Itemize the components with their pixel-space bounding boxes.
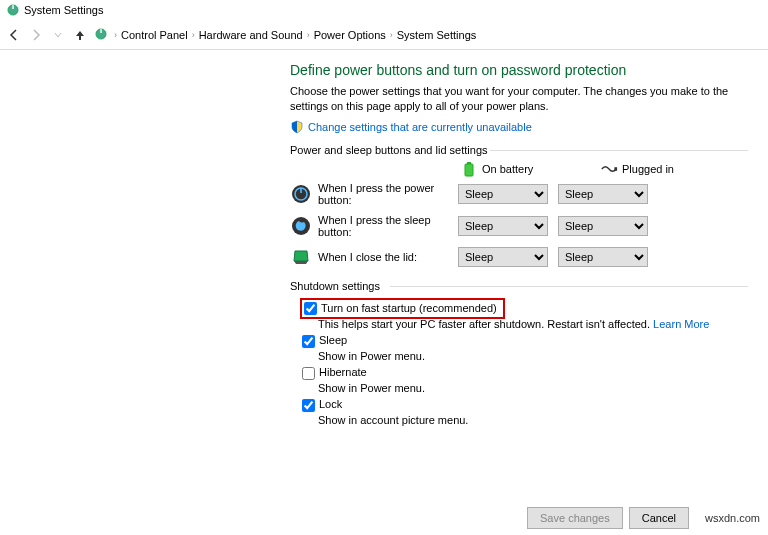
sleep-button-plugged-select[interactable]: Sleep xyxy=(558,216,648,236)
navbar: › Control Panel › Hardware and Sound › P… xyxy=(0,20,768,50)
sleep-button-battery-select[interactable]: Sleep xyxy=(458,216,548,236)
hibernate-option-row: Hibernate xyxy=(290,366,748,380)
sleep-checkbox[interactable] xyxy=(302,335,315,348)
page-heading: Define power buttons and turn on passwor… xyxy=(290,62,748,78)
chevron-right-icon: › xyxy=(307,30,310,40)
titlebar: System Settings xyxy=(0,0,768,20)
chevron-right-icon: › xyxy=(390,30,393,40)
col-battery-label: On battery xyxy=(482,163,533,175)
power-options-icon xyxy=(6,3,20,17)
row-label: When I press the power button: xyxy=(318,182,458,206)
window-title: System Settings xyxy=(24,4,103,16)
lock-label: Lock xyxy=(319,398,342,410)
column-headers: On battery Plugged in xyxy=(460,162,748,176)
save-button[interactable]: Save changes xyxy=(527,507,623,529)
svg-rect-6 xyxy=(614,167,617,171)
row-power-button: When I press the power button: Sleep Sle… xyxy=(290,182,748,206)
group-label-power-sleep: Power and sleep buttons and lid settings xyxy=(290,144,748,156)
col-battery: On battery xyxy=(460,162,560,176)
fast-startup-checkbox[interactable] xyxy=(304,302,317,315)
svg-rect-1 xyxy=(12,5,13,9)
col-plugged-label: Plugged in xyxy=(622,163,674,175)
plug-icon xyxy=(600,162,618,176)
breadcrumb-item[interactable]: Control Panel xyxy=(121,29,188,41)
nav-dropdown-icon[interactable] xyxy=(50,27,66,43)
sleep-option-row: Sleep xyxy=(290,334,748,348)
row-sleep-button: When I press the sleep button: Sleep Sle… xyxy=(290,214,748,238)
col-plugged: Plugged in xyxy=(600,162,700,176)
page-description: Choose the power settings that you want … xyxy=(290,84,740,114)
sleep-sub: Show in Power menu. xyxy=(290,350,748,362)
sleep-label: Sleep xyxy=(319,334,347,346)
breadcrumb: › Control Panel › Hardware and Sound › P… xyxy=(114,29,476,41)
sleep-button-icon xyxy=(290,215,312,237)
breadcrumb-folder-icon xyxy=(94,27,108,43)
lid-icon xyxy=(290,246,312,268)
power-button-plugged-select[interactable]: Sleep xyxy=(558,184,648,204)
shutdown-settings-group: Shutdown settings Turn on fast startup (… xyxy=(290,280,748,426)
nav-up-icon[interactable] xyxy=(72,27,88,43)
shield-icon xyxy=(290,120,304,134)
hibernate-checkbox[interactable] xyxy=(302,367,315,380)
watermark: wsxdn.com xyxy=(705,512,760,524)
fast-startup-sub: This helps start your PC faster after sh… xyxy=(290,318,748,330)
nav-forward-icon xyxy=(28,27,44,43)
nav-back-icon[interactable] xyxy=(6,27,22,43)
breadcrumb-item[interactable]: System Settings xyxy=(397,29,476,41)
admin-link-row: Change settings that are currently unava… xyxy=(290,120,748,134)
svg-rect-3 xyxy=(100,29,101,33)
lock-checkbox[interactable] xyxy=(302,399,315,412)
footer-buttons: Save changes Cancel wsxdn.com xyxy=(527,507,760,529)
change-settings-link[interactable]: Change settings that are currently unava… xyxy=(308,121,532,133)
svg-rect-5 xyxy=(465,164,473,176)
lid-plugged-select[interactable]: Sleep xyxy=(558,247,648,267)
cancel-button[interactable]: Cancel xyxy=(629,507,689,529)
lock-option-row: Lock xyxy=(290,398,748,412)
breadcrumb-item[interactable]: Power Options xyxy=(314,29,386,41)
row-label: When I close the lid: xyxy=(318,251,458,263)
row-close-lid: When I close the lid: Sleep Sleep xyxy=(290,246,748,268)
main-content: Define power buttons and turn on passwor… xyxy=(0,50,768,442)
breadcrumb-item[interactable]: Hardware and Sound xyxy=(199,29,303,41)
row-label: When I press the sleep button: xyxy=(318,214,458,238)
hibernate-sub: Show in Power menu. xyxy=(290,382,748,394)
chevron-right-icon: › xyxy=(192,30,195,40)
lid-battery-select[interactable]: Sleep xyxy=(458,247,548,267)
svg-rect-9 xyxy=(300,188,302,193)
highlighted-fast-startup: Turn on fast startup (recommended) xyxy=(300,298,505,319)
chevron-right-icon: › xyxy=(114,30,117,40)
hibernate-label: Hibernate xyxy=(319,366,367,378)
fast-startup-label: Turn on fast startup (recommended) xyxy=(321,302,497,314)
battery-icon xyxy=(460,162,478,176)
learn-more-link[interactable]: Learn More xyxy=(653,318,709,330)
power-button-icon xyxy=(290,183,312,205)
lock-sub: Show in account picture menu. xyxy=(290,414,748,426)
power-button-battery-select[interactable]: Sleep xyxy=(458,184,548,204)
group-label-shutdown: Shutdown settings xyxy=(290,280,748,292)
